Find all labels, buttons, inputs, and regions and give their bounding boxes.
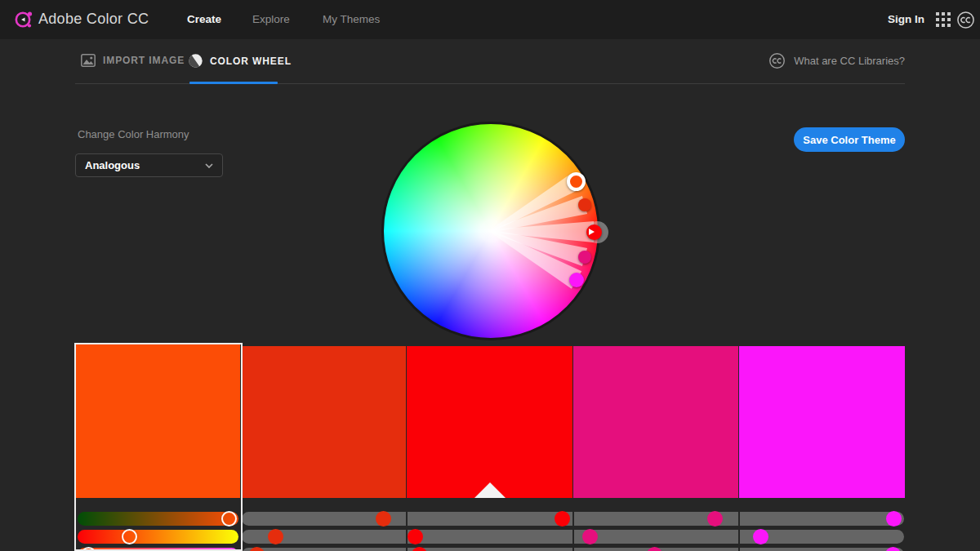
- tab-color-wheel[interactable]: COLOR WHEEL: [189, 54, 292, 68]
- cc-libraries-icon: [768, 52, 786, 69]
- wheel-handle[interactable]: [578, 251, 591, 264]
- slider-handle-g-swatch-5[interactable]: [753, 529, 768, 544]
- wheel-handle[interactable]: [569, 273, 584, 287]
- color-swatch-2[interactable]: [241, 346, 406, 498]
- apps-grid-icon[interactable]: [936, 12, 951, 27]
- color-swatch-1[interactable]: [75, 344, 240, 498]
- tab-color-wheel-label: COLOR WHEEL: [210, 56, 292, 67]
- image-icon: [81, 54, 96, 67]
- creative-cloud-icon[interactable]: [956, 11, 975, 29]
- color-wheel-icon: [189, 54, 203, 68]
- slider-track-b-swatch-3[interactable]: [408, 548, 572, 551]
- active-tab-underline: [189, 82, 278, 84]
- slider-track-r-swatch-5[interactable]: [740, 512, 904, 526]
- tab-import-image[interactable]: IMPORT IMAGE: [81, 54, 185, 67]
- slider-handle-g-swatch-1[interactable]: [122, 529, 137, 544]
- slider-handle-r-swatch-2[interactable]: [376, 511, 391, 527]
- nav-explore[interactable]: Explore: [252, 13, 290, 25]
- slider-track-g-swatch-4[interactable]: [574, 530, 738, 544]
- harmony-label: Change Color Harmony: [78, 128, 189, 140]
- slider-handle-r-swatch-1[interactable]: [221, 511, 237, 527]
- wheel-brightness-overlay: [384, 124, 598, 338]
- slider-track-g-swatch-3[interactable]: [408, 530, 572, 544]
- chevron-down-icon: [205, 163, 213, 168]
- base-arrow-icon: [589, 229, 595, 235]
- harmony-dropdown[interactable]: Analogous: [75, 153, 223, 177]
- base-color-marker: [474, 482, 506, 498]
- sign-in-button[interactable]: Sign In: [888, 13, 924, 25]
- cc-libraries-link[interactable]: What are CC Libraries?: [768, 52, 905, 69]
- harmony-dropdown-value: Analogous: [85, 159, 140, 171]
- nav-create[interactable]: Create: [187, 13, 221, 25]
- slider-track-b-swatch-1[interactable]: [78, 548, 238, 551]
- slider-track-b-swatch-5[interactable]: [740, 548, 904, 551]
- color-wheel[interactable]: [381, 122, 600, 340]
- slider-track-g-swatch-1[interactable]: [78, 530, 238, 544]
- color-swatch-5[interactable]: [739, 346, 905, 498]
- topbar: Adobe Color CC Create Explore My Themes …: [0, 0, 980, 39]
- slider-handle-r-swatch-5[interactable]: [886, 511, 902, 527]
- save-color-theme-button[interactable]: Save Color Theme: [794, 127, 905, 152]
- tab-import-image-label: IMPORT IMAGE: [103, 55, 185, 66]
- color-swatch-3[interactable]: [407, 346, 572, 498]
- adobe-color-logo-icon[interactable]: [13, 9, 34, 30]
- wheel-handle-base[interactable]: [586, 224, 602, 240]
- slider-track-r-swatch-3[interactable]: [408, 512, 572, 526]
- cc-libraries-label: What are CC Libraries?: [794, 55, 905, 67]
- slider-track-g-swatch-2[interactable]: [242, 530, 406, 544]
- slider-track-r-swatch-1[interactable]: [78, 512, 238, 526]
- color-swatch-4[interactable]: [573, 346, 738, 498]
- app-title: Adobe Color CC: [38, 11, 149, 28]
- nav-my-themes[interactable]: My Themes: [323, 13, 380, 25]
- wheel-handle[interactable]: [578, 198, 591, 211]
- tabbar: IMPORT IMAGE COLOR WHEEL What are CC Lib…: [0, 39, 980, 85]
- slider-track-b-swatch-2[interactable]: [242, 548, 406, 551]
- slider-handle-r-swatch-3[interactable]: [555, 511, 570, 527]
- wheel-handle[interactable]: [567, 172, 586, 191]
